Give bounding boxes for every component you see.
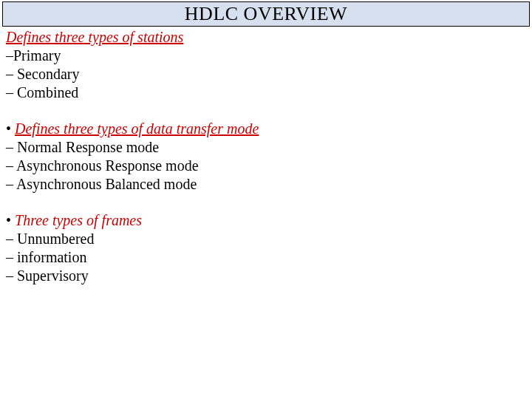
list-item: – Asynchronous Balanced mode: [6, 175, 532, 194]
modes-heading-row: • Defines three types of data transfer m…: [6, 120, 532, 138]
spacer: [6, 102, 532, 120]
bullet-icon: •: [6, 212, 11, 228]
list-item: – Normal Response mode: [6, 138, 532, 157]
section-frames: • Three types of frames – Unnumbered – i…: [6, 211, 532, 285]
list-item: – Combined: [6, 83, 532, 102]
slide-title: HDLC OVERVIEW: [185, 3, 347, 25]
stations-heading: Defines three types of stations: [6, 28, 532, 47]
slide-body: Defines three types of stations –Primary…: [0, 27, 532, 285]
frames-heading-row: • Three types of frames: [6, 211, 532, 230]
section-modes: • Defines three types of data transfer m…: [6, 120, 532, 194]
frames-heading: Three types of frames: [15, 212, 142, 228]
list-item: – Secondary: [6, 65, 532, 83]
list-item: –Primary: [6, 47, 532, 65]
spacer: [6, 194, 532, 211]
list-item: – Unnumbered: [6, 230, 532, 248]
list-item: – Supervisory: [6, 267, 532, 285]
list-item: – information: [6, 248, 532, 267]
modes-heading: Defines three types of data transfer mod…: [15, 120, 259, 137]
list-item: – Asynchronous Response mode: [6, 157, 532, 175]
section-stations: Defines three types of stations –Primary…: [6, 28, 532, 102]
slide: HDLC OVERVIEW Defines three types of sta…: [0, 1, 532, 399]
slide-title-bar: HDLC OVERVIEW: [2, 1, 530, 27]
bullet-icon: •: [6, 120, 11, 137]
